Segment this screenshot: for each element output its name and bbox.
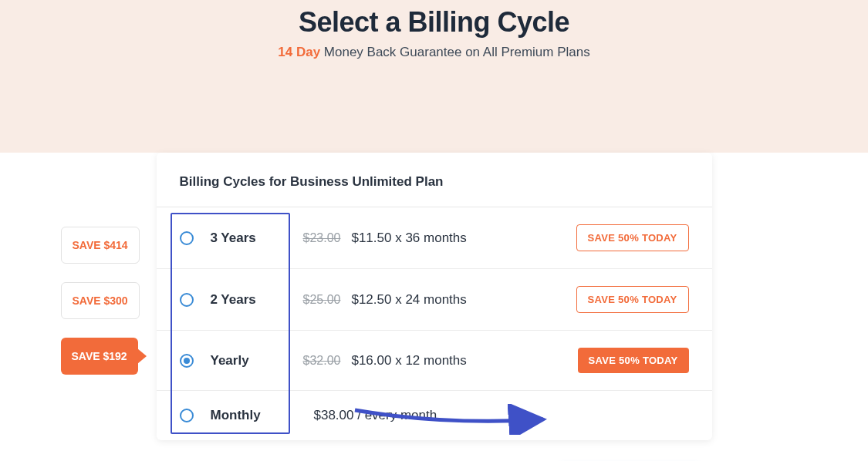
radio-2y[interactable] [180, 293, 194, 307]
side-tags-container: SAVE $414 SAVE $300 SAVE $192 [61, 227, 147, 393]
side-tag-1y-label: SAVE $192 [61, 338, 138, 375]
billing-panel: Billing Cycles for Business Unlimited Pl… [157, 153, 712, 440]
plan-label-3y: 3 Years [211, 230, 303, 246]
strike-price-1y: $32.00 [303, 354, 341, 368]
radio-3y[interactable] [180, 231, 194, 245]
billing-option-2y[interactable]: 2 Years $25.00 $12.50 x 24 months SAVE 5… [157, 269, 712, 331]
plan-label-1y: Yearly [211, 353, 303, 368]
plan-label-1m: Monthly [211, 408, 303, 423]
price-2y: $12.50 x 24 months [351, 292, 466, 308]
side-tag-2y-label: SAVE $300 [61, 282, 140, 319]
side-tag-3y-label: SAVE $414 [61, 227, 140, 264]
billing-rows: 3 Years $23.00 $11.50 x 36 months SAVE 5… [157, 207, 712, 440]
panel-header: Billing Cycles for Business Unlimited Pl… [157, 153, 712, 207]
strike-price-3y: $23.00 [303, 231, 341, 245]
subtitle-rest: Money Back Guarantee on All Premium Plan… [324, 45, 590, 59]
price-1m: $38.00 / every month [314, 408, 437, 423]
prices-1y: $32.00 $16.00 x 12 months [303, 353, 578, 368]
side-tag-2y: SAVE $300 [61, 282, 147, 319]
save-badge-1y: SAVE 50% TODAY [578, 348, 689, 373]
billing-option-3y[interactable]: 3 Years $23.00 $11.50 x 36 months SAVE 5… [157, 207, 712, 269]
prices-3y: $23.00 $11.50 x 36 months [303, 230, 576, 246]
subtitle-highlight: 14 Day [278, 45, 320, 59]
side-tag-1y: SAVE $192 [61, 338, 147, 375]
billing-option-1y[interactable]: Yearly $32.00 $16.00 x 12 months SAVE 50… [157, 331, 712, 391]
panel-heading: Billing Cycles for Business Unlimited Pl… [180, 174, 444, 189]
plan-label-2y: 2 Years [211, 292, 303, 308]
price-1y: $16.00 x 12 months [351, 353, 466, 368]
prices-1m: $38.00 / every month [303, 408, 689, 423]
save-badge-3y: SAVE 50% TODAY [576, 224, 689, 251]
page-title: Select a Billing Cycle [0, 6, 868, 39]
radio-1m[interactable] [180, 409, 194, 422]
prices-2y: $25.00 $12.50 x 24 months [303, 292, 576, 308]
billing-option-1m[interactable]: Monthly $38.00 / every month [157, 391, 712, 440]
side-tag-3y: SAVE $414 [61, 227, 147, 264]
radio-dot-icon [184, 358, 190, 364]
radio-1y[interactable] [180, 354, 194, 368]
page-subtitle: 14 Day Money Back Guarantee on All Premi… [0, 45, 868, 60]
save-badge-2y: SAVE 50% TODAY [576, 286, 689, 313]
strike-price-2y: $25.00 [303, 293, 341, 307]
side-tag-arrow-icon [137, 348, 147, 364]
price-3y: $11.50 x 36 months [351, 230, 466, 246]
